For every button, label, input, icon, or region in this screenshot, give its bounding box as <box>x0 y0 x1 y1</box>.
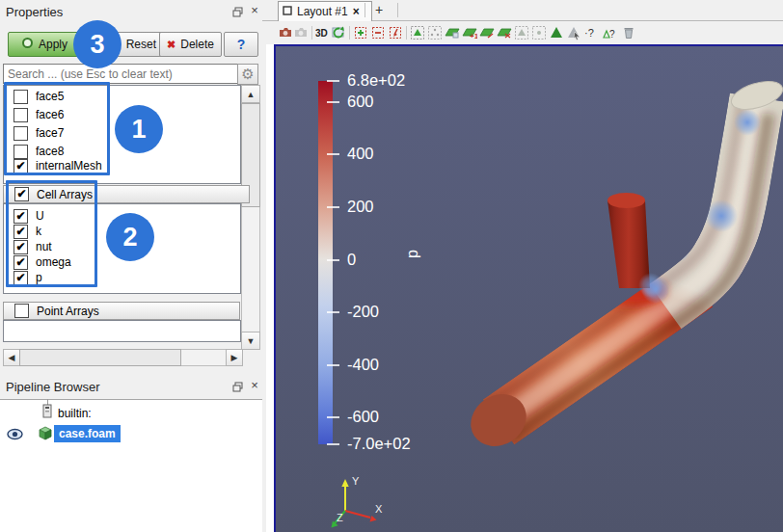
toolbar-separator-1 <box>311 26 312 40</box>
tab-close-icon[interactable]: × <box>353 5 360 18</box>
capture-camera-disabled-icon[interactable] <box>293 25 309 40</box>
float-panel-icon[interactable] <box>231 7 243 18</box>
scroll-right-button[interactable]: ▶ <box>226 349 243 366</box>
application-window: { "properties_panel": { "title": "Proper… <box>0 0 783 532</box>
select-points-rect-icon[interactable]: +1 <box>462 25 477 40</box>
render-view-area: Layout #1 × + 3D +1 <box>262 0 783 532</box>
colorbar-tick-label: 6.8e+02 <box>347 71 405 89</box>
properties-panel-title: Properties <box>6 5 63 19</box>
horizontal-scroll-thumb[interactable] <box>19 349 181 366</box>
colorbar-tick-label: 0 <box>347 251 356 268</box>
zoom-to-data-icon[interactable] <box>388 25 403 40</box>
render-mode-3d-icon[interactable]: 3D <box>315 25 331 40</box>
zoom-to-box-icon[interactable] <box>353 25 368 40</box>
select-points-on-icon[interactable] <box>427 25 443 40</box>
interactive-select-cells-icon[interactable] <box>531 25 547 40</box>
render-viewport-3d[interactable]: 6.8e+02 600 400 200 0 -200 -400 -600 -7.… <box>274 44 783 532</box>
apply-label: Apply <box>39 38 68 51</box>
interactive-select-points-icon[interactable] <box>549 25 564 40</box>
viewport-left-margin <box>266 44 274 532</box>
pressure-colorbar[interactable]: 6.8e+02 600 400 200 0 -200 -400 -600 -7.… <box>318 71 420 452</box>
source-cube-icon <box>37 425 53 444</box>
reset-camera-icon[interactable] <box>331 25 346 40</box>
search-input[interactable] <box>3 64 238 84</box>
new-tab-button[interactable]: + <box>375 2 383 17</box>
scroll-left-button[interactable]: ◀ <box>3 349 20 366</box>
tab-separator <box>364 3 365 17</box>
svg-text:+1: +1 <box>470 32 477 40</box>
builtin-item[interactable]: builtin: <box>58 407 92 420</box>
axis-label-y: Y <box>352 475 360 487</box>
pipeline-item-case-foam[interactable]: case.foam <box>54 425 121 442</box>
colorbar-tick-label: -200 <box>347 303 379 320</box>
annotation-step-2: 2 <box>106 213 154 261</box>
tab-layout-1[interactable]: Layout #1 × <box>278 1 372 21</box>
reset-label: Reset <box>126 38 156 51</box>
hover-points-icon[interactable]: ·? <box>583 25 599 40</box>
tab-window-icon <box>283 5 292 18</box>
orientation-axes: Y X Z <box>332 475 384 528</box>
scroll-up-button[interactable]: ▲ <box>241 85 260 103</box>
annotation-rect-1 <box>4 82 110 175</box>
pipeline-close-icon[interactable]: × <box>249 380 260 391</box>
toolbar-separator-3 <box>406 26 407 40</box>
select-block-icon[interactable] <box>514 25 529 40</box>
layout-tab-bar: Layout #1 × + <box>262 0 783 21</box>
colorbar-gradient <box>318 81 333 444</box>
svg-text:·?: ·? <box>584 27 594 39</box>
zoom-out-icon[interactable] <box>370 25 386 40</box>
scene-svg: 6.8e+02 600 400 200 0 -200 -400 -600 -7.… <box>276 46 783 532</box>
point-arrays-header[interactable]: Point Arrays <box>3 302 240 320</box>
save-screenshot-camera-icon[interactable] <box>278 25 293 40</box>
toolbar-separator-2 <box>349 26 350 40</box>
colorbar-tick-label: -600 <box>347 408 379 425</box>
delete-button[interactable]: ✖ Delete <box>159 32 222 57</box>
svg-text:?: ? <box>609 29 615 40</box>
annotation-step-1: 1 <box>115 105 163 153</box>
search-options-gear-icon[interactable]: ⚙ <box>237 64 258 85</box>
select-cells-polygon-icon[interactable] <box>479 25 495 40</box>
select-points-polygon-icon[interactable] <box>497 25 512 40</box>
colorbar-tick-label: -7.0e+02 <box>347 435 411 452</box>
colorbar-tick-label: -400 <box>347 356 379 373</box>
tab-label: Layout #1 <box>297 5 348 18</box>
axis-label-x: X <box>375 503 383 515</box>
pipeline-browser-title: Pipeline Browser <box>6 380 100 394</box>
trash-icon[interactable] <box>621 25 636 40</box>
help-label: ? <box>237 37 246 52</box>
clear-selection-icon[interactable]: ? <box>601 25 616 40</box>
apply-icon <box>21 37 34 52</box>
scroll-down-button[interactable]: ▼ <box>241 332 260 350</box>
colorbar-title: p <box>404 250 420 258</box>
pipe-mesh[interactable] <box>461 76 783 457</box>
builtin-server-icon <box>41 404 53 422</box>
hover-cells-icon[interactable] <box>566 25 581 40</box>
colorbar-tick-label: 200 <box>347 198 374 215</box>
svg-text:3D: 3D <box>315 28 328 39</box>
point-arrays-label: Point Arrays <box>37 305 99 318</box>
help-button[interactable]: ? <box>224 32 258 57</box>
colorbar-tick-label: 400 <box>347 145 374 162</box>
axis-label-z: Z <box>337 512 343 523</box>
left-dock: Properties × Apply Reset ✖ Delete ? ⚙ fa… <box>0 0 262 532</box>
close-panel-icon[interactable]: × <box>249 5 260 16</box>
select-cells-rect-icon[interactable] <box>445 25 460 40</box>
tab-separator-2 <box>397 3 398 17</box>
point-arrays-list <box>3 320 241 342</box>
viewport-wrapper: 6.8e+02 600 400 200 0 -200 -400 -600 -7.… <box>262 44 783 532</box>
delete-label: Delete <box>180 38 214 51</box>
visibility-eye-icon[interactable] <box>7 428 23 443</box>
colorbar-tick-label: 600 <box>347 93 374 110</box>
camera-toolbar: 3D +1 ·? <box>262 21 783 44</box>
annotation-rect-2 <box>6 180 97 287</box>
delete-icon: ✖ <box>167 39 176 51</box>
checkbox-point-arrays[interactable] <box>14 304 29 318</box>
pipeline-float-icon[interactable] <box>231 382 243 393</box>
pipeline-tree <box>0 399 262 532</box>
branch-top-cap <box>608 193 645 208</box>
branch-cylinder <box>608 200 650 288</box>
annotation-step-3: 3 <box>73 20 122 68</box>
select-cells-on-icon[interactable] <box>410 25 425 40</box>
